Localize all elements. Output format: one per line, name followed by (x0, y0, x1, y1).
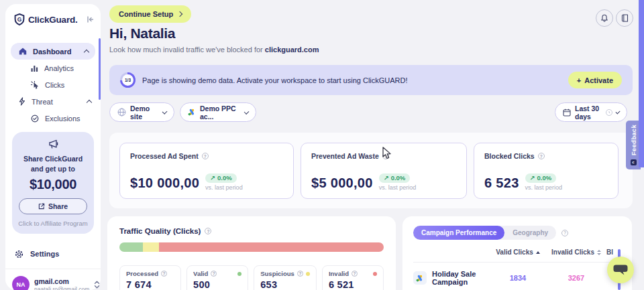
subtitle-domain: clickguard.com (265, 46, 319, 54)
suspicious-status-dot (306, 272, 310, 276)
stat-label-row: Prevented Ad Waste ? (311, 152, 456, 160)
info-icon[interactable]: ? (205, 228, 211, 234)
bar-segment-invalid (159, 242, 384, 252)
sidebar-item-label: Dashboard (33, 48, 71, 56)
campaign-table-header: Valid Clicks Invalid Clicks Bl (413, 248, 621, 256)
clock-icon (606, 109, 612, 116)
campaign-name: Holiday Sale Campaign (432, 270, 490, 286)
ppc-filter-value: Demo PPC ac... (200, 104, 241, 121)
sidebar-item-label: Threat (32, 98, 53, 106)
sort-asc-icon (536, 251, 540, 254)
sidebar: G ClickGuard. Dashboard Analytics Clicks (5, 4, 101, 290)
metric-label: Processed (126, 270, 158, 277)
chevron-up-icon (87, 100, 92, 105)
info-icon[interactable]: ? (211, 271, 217, 277)
site-filter-value: Demo site (130, 104, 159, 121)
user-account[interactable]: NA gmail.com naatali.ro@gmail.com (5, 269, 101, 290)
date-range-value: Last 30 days (575, 104, 602, 121)
promo-amount: $10,000 (16, 177, 90, 192)
info-icon[interactable]: ? (352, 271, 358, 277)
activate-button[interactable]: + Activate (568, 72, 622, 88)
metric-head: Processed? (126, 270, 174, 277)
stat-value: 6 523 (484, 175, 519, 191)
tab-campaign-performance[interactable]: Campaign Performance (413, 226, 504, 240)
info-icon[interactable]: ? (382, 153, 389, 159)
home-icon (19, 48, 27, 55)
traffic-quality-title-row: Traffic Quality (Clicks) ? (119, 227, 384, 235)
demo-data-banner: 1/3 Page is showing demo data. Activate … (109, 65, 633, 95)
avatar: NA (12, 276, 30, 290)
chevron-down-icon (615, 109, 620, 114)
sidebar-item-settings[interactable]: Settings (5, 248, 101, 260)
info-icon[interactable]: ? (561, 230, 568, 236)
campaign-tabs: Campaign Performance Geography (413, 226, 556, 240)
column-valid-clicks[interactable]: Valid Clicks (490, 248, 546, 256)
stat-label: Prevented Ad Waste (311, 152, 379, 160)
megaphone-icon (48, 139, 58, 149)
calendar-icon (563, 108, 571, 117)
ppc-account-filter-dropdown[interactable]: Demo PPC ac... (180, 102, 256, 122)
metric-label: Valid (193, 270, 208, 277)
activate-label: Activate (584, 76, 613, 84)
stat-label: Processed Ad Spent (130, 152, 199, 160)
table-row[interactable]: Holiday Sale Campaign 1834 3267 (413, 270, 621, 286)
stat-value: $5 000,00 (311, 175, 373, 191)
metric-card-suspicious: Suspicious? 653 ↗0.00% (254, 265, 317, 290)
metric-head: Invalid? (329, 270, 377, 277)
speech-bubble-icon (613, 265, 628, 276)
sidebar-scrollbar[interactable] (99, 38, 101, 100)
sidebar-item-threat[interactable]: Threat (5, 93, 101, 110)
sidebar-item-label: Analytics (44, 64, 74, 72)
subtitle-text: Look how much invalid traffic we've bloc… (109, 46, 263, 54)
click-cursor-icon (31, 81, 39, 89)
info-icon[interactable]: ? (202, 153, 209, 159)
invalid-clicks-value[interactable]: 3267 (546, 274, 606, 282)
campaign-performance-card: Campaign Performance Geography ? Valid C… (402, 216, 632, 290)
docs-button[interactable] (616, 9, 633, 27)
page-scrollbar[interactable] (639, 0, 644, 167)
info-icon[interactable]: ? (297, 271, 303, 277)
change-badge: ↗0.0% (379, 173, 411, 183)
bell-icon (600, 14, 608, 23)
google-ads-icon (188, 108, 196, 116)
campaign-tabs-row: Campaign Performance Geography ? (413, 226, 621, 240)
logo-text: ClickGuard. (28, 15, 78, 25)
collapse-sidebar-icon[interactable] (86, 15, 94, 23)
chat-widget-button[interactable] (607, 257, 634, 283)
info-icon[interactable]: ? (161, 271, 167, 277)
sidebar-item-analytics[interactable]: Analytics (5, 60, 101, 76)
sidebar-nav: Dashboard Analytics Clicks Threat (5, 43, 101, 127)
metric-card-invalid: Invalid? 6 521 ↗0.00% (322, 265, 384, 290)
share-button-label: Share (48, 202, 68, 210)
sidebar-item-label: Exclusions (45, 115, 80, 123)
tab-geography[interactable]: Geography (504, 226, 556, 240)
stat-card-blocked-clicks: Blocked Clicks ? 6 523 ↗0.0% vs. last pe… (474, 143, 619, 199)
sidebar-item-clicks[interactable]: Clicks (5, 76, 101, 93)
stat-value-row: 6 523 ↗0.0% vs. last period (484, 171, 608, 191)
trend-up-icon: ↗ (210, 174, 215, 182)
globe-icon (117, 108, 126, 117)
date-range-dropdown[interactable]: Last 30 days (555, 102, 627, 122)
continue-setup-button[interactable]: Continue Setup (109, 5, 191, 23)
feedback-label: Feedback (630, 125, 637, 155)
sidebar-item-exclusions[interactable]: Exclusions (5, 110, 101, 127)
notifications-button[interactable] (596, 9, 613, 27)
account-switcher-icon[interactable] (94, 281, 101, 289)
affiliate-promo-card[interactable]: Share ClickGuard and get up to $10,000 S… (12, 132, 94, 234)
compare-caption: vs. last period (205, 184, 243, 191)
site-filter-dropdown[interactable]: Demo site (109, 102, 174, 122)
info-icon[interactable]: ? (538, 153, 545, 159)
stat-change-block: ↗0.0% vs. last period (205, 171, 243, 191)
share-button[interactable]: Share (19, 198, 87, 214)
chevron-right-icon (177, 11, 182, 17)
column-invalid-clicks[interactable]: Invalid Clicks (546, 248, 606, 256)
valid-clicks-value[interactable]: 1834 (490, 274, 546, 282)
clickguard-shield-icon: G (14, 13, 25, 25)
bar-chart-icon (31, 64, 38, 72)
stat-value: $10 000,00 (130, 175, 199, 191)
metric-value: 500 (193, 279, 241, 290)
compare-caption: vs. last period (525, 184, 563, 191)
sidebar-item-dashboard[interactable]: Dashboard (11, 43, 95, 60)
stat-change-block: ↗0.0% vs. last period (379, 171, 417, 191)
metric-value: 7 674 (126, 279, 174, 290)
